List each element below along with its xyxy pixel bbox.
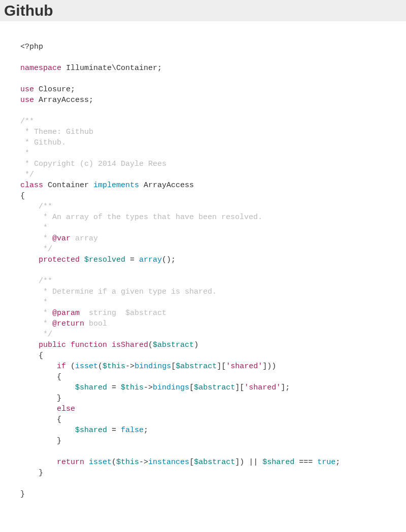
str-shared: 'shared' xyxy=(244,383,281,392)
rparen: ) xyxy=(267,362,272,371)
brace-open: { xyxy=(39,351,43,360)
docblock-line: /** xyxy=(39,202,52,211)
doctag-return: @return xyxy=(52,320,84,328)
kw-function: function xyxy=(71,341,107,349)
str-shared: 'shared' xyxy=(226,362,262,371)
docblock-line: */ xyxy=(20,245,52,254)
docblock-line: * Github. xyxy=(20,138,66,147)
rbrack: ] xyxy=(217,362,221,371)
doctype-array: array xyxy=(71,234,98,243)
var-shared: $shared xyxy=(75,383,107,392)
doctype-string: string $abstract xyxy=(80,309,166,317)
docblock-line: * xyxy=(20,149,29,158)
op-arrow: -> xyxy=(139,458,148,467)
semi: ; xyxy=(157,64,162,73)
lbrack: [ xyxy=(189,383,194,392)
kw-public: public xyxy=(39,341,66,349)
class-name: Container xyxy=(48,181,89,190)
prop-bindings: bindings xyxy=(153,383,189,392)
prop-instances: instances xyxy=(148,458,189,467)
brace-close: } xyxy=(57,437,61,445)
docblock-line: * Theme: Github xyxy=(20,128,93,136)
var-this: $this xyxy=(121,383,144,392)
rbrack: ] xyxy=(235,383,240,392)
semi: ; xyxy=(285,383,290,392)
semi: ; xyxy=(171,256,176,264)
kw-implements: implements xyxy=(93,181,139,190)
doctag-var: @var xyxy=(52,234,71,243)
var-this: $this xyxy=(116,458,139,467)
docblock-line: * xyxy=(20,309,52,317)
var-abstract: $abstract xyxy=(194,458,235,467)
kw-use: use xyxy=(20,96,34,104)
kw-isset: isset xyxy=(89,458,112,467)
brace-close: } xyxy=(39,469,43,477)
brace-close: } xyxy=(57,394,61,403)
kw-isset: isset xyxy=(75,362,98,371)
php-open-tag: <?php xyxy=(20,43,43,51)
var-shared: $shared xyxy=(262,458,294,467)
fn-isshared: isShared xyxy=(112,341,148,349)
lbrack: [ xyxy=(240,383,244,392)
var-resolved: $resolved xyxy=(84,256,125,264)
lparen: ( xyxy=(98,362,103,371)
kw-true: true xyxy=(317,458,335,467)
docblock-line: * Copyright (c) 2014 Dayle Rees xyxy=(20,160,166,168)
lbrack: [ xyxy=(189,458,194,467)
lparen: ( xyxy=(148,341,153,349)
rparen: ) xyxy=(194,341,198,349)
docblock-line: */ xyxy=(20,170,34,179)
brace-open: { xyxy=(57,373,61,381)
lparen: ( xyxy=(71,362,75,371)
semi: ; xyxy=(335,458,340,467)
kw-false: false xyxy=(121,426,144,435)
lbrack: [ xyxy=(221,362,226,371)
rbrack: ] xyxy=(281,383,285,392)
docblock-line: */ xyxy=(20,330,52,339)
lbrack: [ xyxy=(171,362,176,371)
doctag-param: @param xyxy=(52,309,80,317)
semi: ; xyxy=(71,85,75,94)
theme-title: Github xyxy=(4,2,402,19)
brace-close: } xyxy=(20,490,25,499)
op-eq: = xyxy=(107,426,121,435)
code-block: <?php namespace Illuminate\Container; us… xyxy=(0,21,406,520)
docblock-line: * xyxy=(20,320,52,328)
docblock-line: * xyxy=(20,224,48,232)
brace-open: { xyxy=(20,192,25,200)
op-or: || xyxy=(244,458,262,467)
semi: ; xyxy=(144,426,148,435)
op-arrow: -> xyxy=(144,383,153,392)
var-abstract: $abstract xyxy=(194,383,235,392)
brace-open: { xyxy=(57,415,61,424)
docblock-line: * xyxy=(20,298,48,307)
kw-namespace: namespace xyxy=(20,64,61,73)
var-this: $this xyxy=(103,362,125,371)
kw-else: else xyxy=(57,405,75,413)
kw-class: class xyxy=(20,181,43,190)
kw-array: array xyxy=(139,256,162,264)
interface-name: ArrayAccess xyxy=(144,181,194,190)
rbrack: ] xyxy=(262,362,267,371)
var-abstract: $abstract xyxy=(176,362,217,371)
docblock-line: * Determine if a given type is shared. xyxy=(20,288,217,296)
rparen: ) xyxy=(272,362,276,371)
theme-header: Github xyxy=(0,0,406,21)
prop-bindings: bindings xyxy=(134,362,171,371)
op-teq: === xyxy=(294,458,317,467)
docblock-line: * An array of the types that have been r… xyxy=(20,213,262,222)
rbrack: ] xyxy=(235,458,240,467)
kw-return: return xyxy=(57,458,84,467)
kw-if: if xyxy=(57,362,66,371)
docblock-line: * xyxy=(20,234,52,243)
var-abstract: $abstract xyxy=(153,341,194,349)
parens: () xyxy=(162,256,171,264)
lparen: ( xyxy=(112,458,116,467)
kw-protected: protected xyxy=(39,256,80,264)
use-closure: Closure xyxy=(39,85,71,94)
op-eq: = xyxy=(125,256,139,264)
doctype-bool: bool xyxy=(84,320,107,328)
docblock-line: /** xyxy=(39,277,52,286)
op-arrow: -> xyxy=(125,362,134,371)
var-shared: $shared xyxy=(75,426,107,435)
